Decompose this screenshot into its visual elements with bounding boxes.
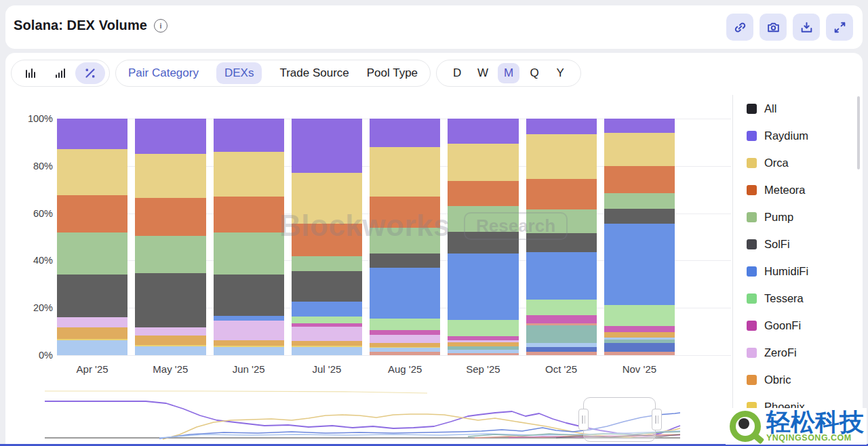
segment-pump[interactable] — [448, 206, 518, 232]
range-m[interactable]: M — [498, 63, 519, 83]
segment-salmon[interactable] — [448, 353, 518, 354]
segment-tessera[interactable] — [292, 317, 362, 323]
stacked-bar-jul25[interactable] — [292, 119, 362, 355]
brush-handle-left[interactable] — [578, 409, 589, 430]
segment-obric[interactable] — [57, 327, 127, 338]
segment-pump[interactable] — [292, 256, 362, 271]
legend-item-orca[interactable]: Orca — [733, 149, 863, 176]
segment-lightblue[interactable] — [135, 346, 205, 355]
stacked-bar-jun25[interactable] — [214, 119, 284, 355]
tab-dexs[interactable]: DEXs — [216, 62, 262, 84]
segment-orca[interactable] — [604, 133, 675, 166]
legend-item-solfi[interactable]: SolFi — [733, 230, 863, 258]
segment-humidifi[interactable] — [448, 254, 518, 320]
segment-solfi[interactable] — [292, 271, 362, 302]
segment-tessera[interactable] — [604, 305, 675, 326]
segment-zerofi[interactable] — [370, 335, 440, 344]
segment-lightblue[interactable] — [57, 340, 127, 355]
segment-raydium[interactable] — [57, 119, 127, 149]
segment-lightblue[interactable] — [292, 347, 362, 355]
segment-raydium[interactable] — [214, 119, 284, 152]
legend-item-zerofi[interactable]: ZeroFi — [733, 339, 863, 366]
segment-tessera[interactable] — [448, 320, 518, 336]
segment-salmon[interactable] — [604, 352, 675, 355]
segment-goonfi[interactable] — [526, 315, 597, 323]
segment-orca[interactable] — [214, 152, 284, 197]
legend-item-raydium[interactable]: Raydium — [733, 122, 863, 149]
segment-pump[interactable] — [604, 193, 675, 209]
stacked-bar-nov25[interactable] — [604, 119, 675, 355]
stacked-bar-sep25[interactable] — [448, 119, 518, 355]
segment-meteora[interactable] — [604, 166, 675, 193]
copy-link-button[interactable] — [726, 14, 753, 41]
segment-orca[interactable] — [292, 173, 362, 224]
segment-pump[interactable] — [135, 236, 205, 273]
segment-pump[interactable] — [526, 209, 597, 233]
segment-humidifi[interactable] — [526, 252, 597, 300]
stacked-bar-oct25[interactable] — [526, 119, 597, 355]
legend-item-tessera[interactable]: Tessera — [733, 285, 863, 312]
range-w[interactable]: W — [472, 63, 494, 83]
segment-meteora[interactable] — [214, 197, 284, 232]
segment-salmon[interactable] — [370, 352, 440, 355]
segment-obric[interactable] — [135, 336, 205, 345]
segment-meteora[interactable] — [370, 197, 440, 227]
range-y[interactable]: Y — [549, 63, 571, 83]
segment-raydium[interactable] — [448, 119, 518, 144]
segment-orca[interactable] — [57, 149, 127, 195]
segment-humidifi[interactable] — [604, 224, 675, 304]
segment-raydium[interactable] — [604, 119, 675, 133]
fullscreen-button[interactable] — [826, 14, 853, 41]
tab-trade-source[interactable]: Trade Source — [279, 66, 349, 80]
legend-item-all[interactable]: All — [733, 95, 863, 122]
segment-indigo[interactable] — [526, 347, 597, 352]
segment-humidifi[interactable] — [292, 302, 362, 317]
segment-orca[interactable] — [448, 144, 518, 182]
segment-humidifi[interactable] — [370, 268, 440, 319]
segment-pump[interactable] — [57, 232, 127, 275]
info-icon[interactable]: i — [154, 19, 167, 33]
brush-handle-right[interactable] — [652, 409, 662, 430]
segment-solfi[interactable] — [57, 275, 127, 317]
stacked-bar-apr25[interactable] — [57, 119, 127, 355]
segment-solfi[interactable] — [370, 254, 440, 268]
segment-meteora[interactable] — [57, 195, 127, 232]
legend-item-goonfi[interactable]: GoonFi — [733, 312, 863, 339]
screenshot-button[interactable] — [760, 14, 787, 41]
segment-pump[interactable] — [370, 228, 440, 254]
segment-solfi[interactable] — [135, 273, 205, 328]
segment-indigo[interactable] — [604, 343, 675, 351]
segment-orca[interactable] — [135, 154, 205, 198]
segment-teal[interactable] — [526, 325, 597, 343]
legend-scrollbar[interactable] — [857, 96, 860, 169]
stacked-bar-may25[interactable] — [135, 119, 205, 355]
segment-lightblue[interactable] — [214, 347, 284, 355]
segment-solfi[interactable] — [214, 275, 284, 316]
segment-raydium[interactable] — [135, 119, 205, 154]
segment-zerofi[interactable] — [214, 321, 284, 340]
legend-item-humidifi[interactable]: HumidiFi — [733, 258, 863, 285]
tab-pair-category[interactable]: Pair Category — [128, 66, 199, 80]
segment-goonfi[interactable] — [604, 326, 675, 332]
segment-meteora[interactable] — [526, 179, 597, 209]
segment-raydium[interactable] — [526, 119, 597, 134]
segment-salmon[interactable] — [526, 352, 597, 355]
segment-zerofi[interactable] — [135, 327, 205, 336]
brush-selection[interactable] — [583, 397, 656, 442]
tab-pool-type[interactable]: Pool Type — [367, 66, 418, 80]
segment-orca[interactable] — [526, 134, 597, 179]
segment-tessera[interactable] — [526, 300, 597, 315]
range-d[interactable]: D — [446, 63, 468, 83]
segment-solfi[interactable] — [526, 233, 597, 252]
segment-tessera[interactable] — [370, 319, 440, 330]
segment-solfi[interactable] — [604, 209, 675, 224]
segment-goonfi[interactable] — [370, 330, 440, 335]
legend-item-obric[interactable]: Obric — [733, 366, 863, 393]
segment-zerofi[interactable] — [292, 327, 362, 341]
segment-obric[interactable] — [214, 340, 284, 346]
ascending-bar-chart-icon[interactable] — [45, 62, 75, 84]
segment-meteora[interactable] — [448, 181, 518, 206]
segment-solfi[interactable] — [448, 232, 518, 253]
segment-obric[interactable] — [604, 332, 675, 338]
segment-pump[interactable] — [214, 232, 284, 275]
